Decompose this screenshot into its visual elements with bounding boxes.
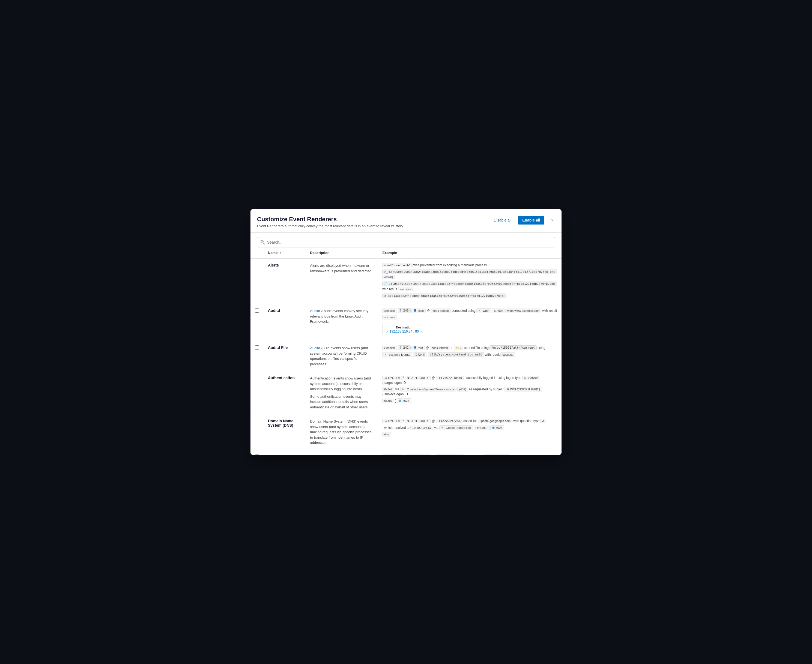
tag: (1490) (492, 309, 504, 313)
plain-text: ( subject logon ID (382, 392, 408, 396)
tag: C:\Users\sean\Downloads\3be13acde2f4dcde… (382, 270, 557, 274)
search-input[interactable] (257, 237, 555, 247)
auditd-file-link[interactable]: Auditd↗ (310, 346, 323, 350)
file-name: File (264, 450, 306, 455)
plain-text: opened file using (464, 346, 489, 350)
plain-text: successfully logged in using logon type (465, 376, 521, 380)
tag: success (382, 315, 397, 319)
close-button[interactable]: × (550, 216, 555, 224)
th-name[interactable]: Name ↑ (264, 247, 306, 258)
tag: (432) (457, 387, 468, 391)
plain-text: @ (432, 455, 435, 455)
tag: GoogleUpdate.exe (439, 425, 473, 430)
disable-all-button[interactable]: Disable all (491, 216, 515, 224)
search-icon: 🔍 (260, 240, 265, 244)
th-description: Description (306, 247, 378, 258)
auth-example: 🖥 SYSTEM \ NT AUTHORITY @ HD-v1s-d211841… (378, 371, 561, 414)
plain-text: deleted a file (465, 455, 483, 455)
dns-name: Domain Name System (DNS) (264, 414, 306, 450)
plain-text: \ (403, 376, 404, 380)
enable-all-button[interactable]: Enable all (518, 216, 544, 225)
auth-checkbox[interactable] (255, 376, 259, 380)
search-wrapper: 🔍 (257, 237, 555, 247)
auditd-file-example: Session # 242 root @ zeek-london in / op… (378, 341, 561, 371)
tag: systemd-journal (382, 352, 412, 357)
renderers-table: Name ↑ Description Example Alerts (251, 247, 561, 455)
tag: C:\Windows\System32\services.exe (400, 387, 456, 391)
plain-text: in (451, 346, 453, 350)
plain-text: ) (395, 399, 396, 403)
customize-event-renderers-modal: Customize Event Renderers Event Renderer… (251, 209, 561, 455)
modal-subtitle: Event Renderers automatically convey the… (257, 224, 403, 228)
th-check (251, 247, 264, 258)
tag: zeek-london (431, 309, 451, 313)
tag: C:\Users\sean\Downloads\3be13acde2f4dcde… (382, 282, 557, 286)
tag: NT AUTHORITY (405, 454, 431, 455)
plain-text: ( target logon ID (382, 381, 406, 385)
tag: # 246 (398, 308, 411, 313)
table-body: Alerts Alerts are displayed when malware… (251, 258, 561, 455)
search-container: 🔍 (251, 233, 561, 247)
plain-text: \ (403, 419, 404, 423)
auditd-file-checkbox-cell[interactable] (251, 341, 264, 371)
tag: zeek-london (430, 346, 450, 350)
modal-title-block: Customize Event Renderers Event Renderer… (257, 216, 403, 228)
tag: Session (382, 346, 397, 350)
tag: 10.100.197.67 (410, 426, 433, 430)
tag: 🖥 SYSTEM (382, 454, 402, 455)
auditd-checkbox[interactable] (255, 308, 259, 312)
tag: alice (412, 309, 426, 313)
tag: / (454, 346, 463, 350)
auth-name: Authentication (264, 371, 306, 414)
plain-text: with question type (513, 419, 539, 423)
auditd-example: Session # 246 alice @ zeek-london connec… (378, 304, 561, 341)
external-link-icon: ↗ (321, 309, 323, 313)
table-container[interactable]: Name ↑ Description Example Alerts (251, 247, 561, 455)
modal-header: Customize Event Renderers Event Renderer… (251, 209, 561, 233)
dns-checkbox-cell[interactable] (251, 414, 264, 450)
file-checkbox-cell[interactable] (251, 450, 264, 455)
file-checkbox[interactable] (255, 454, 259, 455)
auditd-file-checkbox[interactable] (255, 345, 259, 350)
plain-text: @ (432, 376, 435, 380)
tag: (6920) (382, 275, 395, 279)
tag: NT AUTHORITY (405, 376, 431, 380)
tag: wget (477, 308, 491, 313)
plain-text: via (434, 426, 438, 430)
modal-actions: Disable all Enable all × (491, 216, 555, 225)
tag: wget www.example.com (505, 309, 541, 313)
plain-text: using (537, 346, 545, 350)
tag: success (398, 287, 413, 291)
tag: A (540, 419, 546, 423)
tag: (443192) (474, 426, 490, 430)
destination-value: ↗ 192.168.216.34 : 80 ↗ (386, 330, 422, 334)
plain-text: in (511, 455, 513, 455)
destination-title: Destination (386, 326, 422, 329)
auditd-file-name: Auditd File (264, 341, 306, 371)
tag: HD-v1s-d2118419 (436, 376, 464, 380)
tag: HD-obe-8bf77f54 (436, 419, 462, 423)
plain-text: connected using (452, 309, 475, 312)
external-link-icon: ↗ (321, 346, 323, 350)
plain-text: with result (485, 353, 500, 356)
tag: dns (382, 432, 391, 436)
alerts-description: Alerts are displayed when malware or ran… (306, 258, 378, 304)
table-header: Name ↑ Description Example (251, 247, 561, 258)
alerts-name: Alerts (264, 258, 306, 304)
auditd-link[interactable]: Auditd↗ (310, 309, 323, 313)
tag: 🖥 SYSTEM (382, 376, 402, 380)
table-row: Auditd File Auditd↗ File events show use… (251, 341, 561, 371)
th-example: Example (378, 247, 561, 258)
dns-checkbox[interactable] (255, 419, 259, 423)
tag: update.googleapis.com (478, 419, 513, 423)
tag: 5 - Service (522, 376, 540, 380)
alerts-checkbox-cell[interactable] (251, 258, 264, 304)
plain-text: as requested by subject (469, 387, 504, 391)
table-row: Domain Name System (DNS) Domain Name Sys… (251, 414, 561, 450)
tag: # 3be13acde2f4dcded4fd8d518a513bfc988240… (382, 293, 505, 298)
tag: 0x3e7 (382, 399, 394, 403)
auth-checkbox-cell[interactable] (251, 371, 264, 414)
plain-text: with result (382, 287, 397, 291)
auditd-checkbox-cell[interactable] (251, 304, 264, 341)
alerts-checkbox[interactable] (255, 263, 259, 267)
